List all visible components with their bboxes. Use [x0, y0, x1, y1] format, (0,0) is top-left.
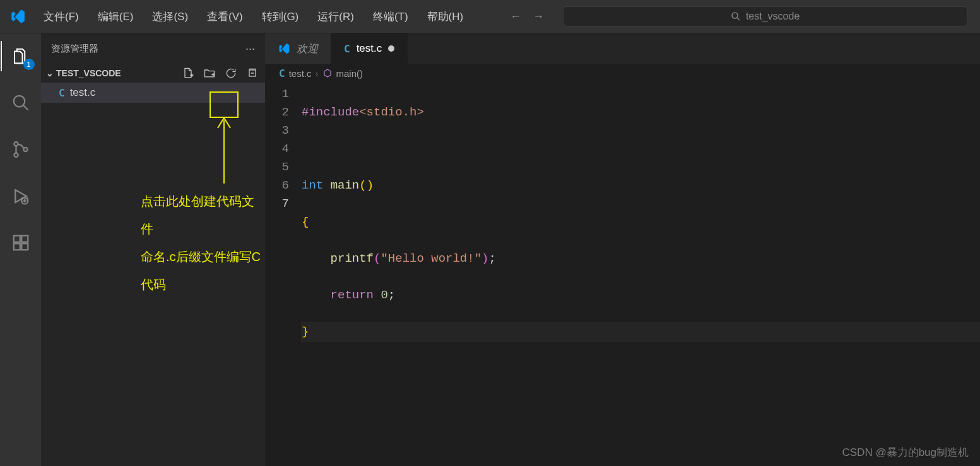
breadcrumb-separator: › — [316, 68, 319, 79]
annotation-text: 点击此处创建代码文件 命名.c后缀文件编写C代码 — [141, 187, 265, 298]
nav-arrows: ← → — [510, 10, 544, 23]
menu-edit[interactable]: 编辑(E) — [89, 6, 143, 28]
nav-forward-icon[interactable]: → — [533, 10, 544, 23]
symbol-method-icon — [322, 68, 333, 78]
c-file-icon: C — [344, 43, 350, 55]
vscode-logo-icon — [0, 8, 35, 25]
svg-point-6 — [23, 148, 27, 151]
folder-header[interactable]: ⌄ TEST_VSCODE — [41, 64, 265, 83]
folder-actions — [180, 66, 260, 81]
svg-line-1 — [737, 18, 740, 20]
activity-bar: 1 — [0, 33, 41, 466]
line-number: 5 — [265, 158, 289, 177]
new-file-icon[interactable] — [180, 66, 196, 81]
annotation-line1: 点击此处创建代码文件 — [141, 187, 265, 243]
nav-back-icon[interactable]: ← — [510, 10, 521, 23]
file-item-test-c[interactable]: C test.c — [41, 83, 265, 103]
title-bar: 文件(F) 编辑(E) 选择(S) 查看(V) 转到(G) 运行(R) 终端(T… — [0, 0, 980, 33]
command-center-search[interactable]: test_vscode — [563, 6, 967, 26]
annotation-arrow-icon — [213, 114, 238, 190]
extensions-icon[interactable] — [6, 228, 36, 258]
source-control-icon[interactable] — [6, 134, 36, 165]
svg-rect-11 — [21, 236, 28, 242]
file-name: test.c — [70, 86, 96, 99]
breadcrumb[interactable]: C test.c › main() — [265, 64, 980, 83]
sidebar-explorer: 资源管理器 ··· ⌄ TEST_VSCODE C — [41, 33, 265, 466]
watermark-text: CSDN @暴力的bug制造机 — [842, 445, 969, 460]
chevron-down-icon: ⌄ — [46, 68, 54, 78]
vscode-tab-icon — [278, 42, 290, 55]
sidebar-more-icon[interactable]: ··· — [245, 42, 255, 55]
menu-help[interactable]: 帮助(H) — [418, 6, 473, 28]
svg-rect-8 — [13, 236, 20, 242]
code-editor[interactable]: 1 2 3 4 5 6 7 #include<stdio.h> int main… — [265, 83, 980, 466]
menu-view[interactable]: 查看(V) — [198, 6, 252, 28]
svg-line-3 — [23, 105, 28, 110]
editor-tabs: 欢迎 C test.c — [265, 33, 980, 64]
svg-rect-10 — [21, 243, 28, 250]
line-number: 2 — [265, 103, 289, 122]
line-number: 7 — [265, 195, 289, 213]
search-activity-icon[interactable] — [6, 88, 36, 118]
line-number: 1 — [265, 85, 289, 103]
refresh-icon[interactable] — [223, 66, 239, 81]
line-number: 6 — [265, 177, 289, 195]
line-number: 3 — [265, 122, 289, 140]
folder-name: TEST_VSCODE — [56, 68, 121, 78]
run-debug-icon[interactable] — [6, 181, 36, 211]
annotation-line2: 命名.c后缀文件编写C代码 — [141, 243, 265, 298]
editor-pane: 欢迎 C test.c C test.c › main() 1 2 3 4 5 … — [265, 33, 980, 466]
tab-label: test.c — [357, 42, 382, 55]
menu-run[interactable]: 运行(R) — [309, 6, 363, 28]
explorer-icon[interactable]: 1 — [6, 41, 36, 71]
menu-select[interactable]: 选择(S) — [143, 6, 197, 28]
breadcrumb-file: test.c — [289, 68, 312, 79]
menu-goto[interactable]: 转到(G) — [253, 6, 308, 28]
menu-bar: 文件(F) 编辑(E) 选择(S) 查看(V) 转到(G) 运行(R) 终端(T… — [35, 6, 472, 28]
search-text: test_vscode — [746, 11, 800, 22]
code-content[interactable]: #include<stdio.h> int main() { printf("H… — [302, 85, 980, 466]
menu-terminal[interactable]: 终端(T) — [364, 6, 417, 28]
sidebar-title: 资源管理器 — [51, 43, 98, 55]
svg-point-2 — [13, 96, 25, 107]
breadcrumb-symbol: main() — [336, 68, 363, 79]
tab-label: 欢迎 — [297, 42, 318, 56]
search-icon — [731, 11, 741, 21]
dirty-indicator-icon — [388, 45, 394, 52]
tab-test-c[interactable]: C test.c — [331, 33, 408, 64]
svg-rect-9 — [13, 243, 20, 250]
line-number-gutter: 1 2 3 4 5 6 7 — [265, 85, 302, 466]
collapse-all-icon[interactable] — [245, 66, 260, 81]
sidebar-title-row: 资源管理器 ··· — [41, 33, 265, 64]
menu-file[interactable]: 文件(F) — [35, 6, 88, 28]
line-number: 4 — [265, 140, 289, 158]
explorer-badge: 1 — [23, 59, 35, 70]
c-file-icon: C — [279, 67, 285, 79]
tab-welcome[interactable]: 欢迎 — [265, 33, 331, 64]
svg-point-4 — [14, 142, 18, 146]
c-file-icon: C — [59, 87, 65, 99]
new-folder-icon[interactable] — [202, 66, 217, 81]
svg-point-5 — [14, 153, 18, 157]
svg-point-0 — [732, 13, 738, 18]
